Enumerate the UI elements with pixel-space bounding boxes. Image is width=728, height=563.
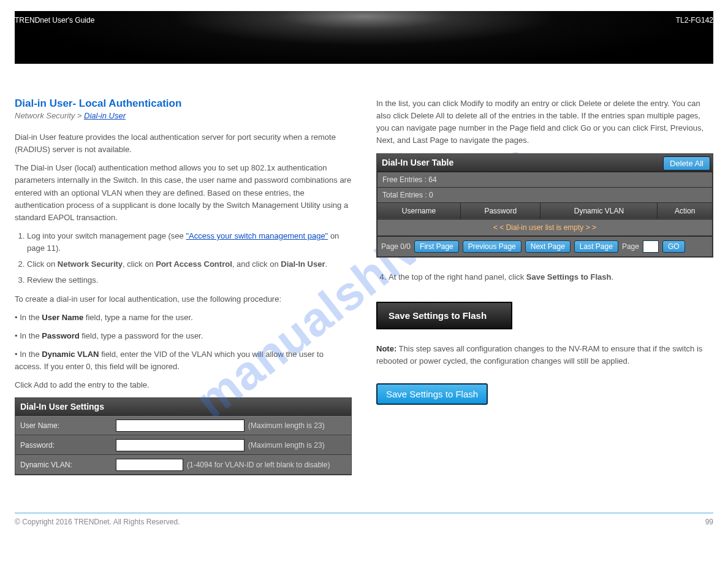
save-settings-blue-button[interactable]: Save Settings to Flash <box>376 383 488 405</box>
step-1: Log into your switch management page (se… <box>27 230 352 255</box>
bullet-vlan: • In the Dynamic VLAN field, enter the V… <box>15 348 352 373</box>
empty-row: < < Dial-in user list is empty > > <box>377 219 713 236</box>
previous-page-button[interactable]: Previous Page <box>463 240 521 253</box>
dial-in-settings-panel: Dial-In User Settings User Name: (Maximu… <box>15 397 352 475</box>
footer-page: 99 <box>705 518 713 526</box>
password-hint: (Maximum length is 23) <box>248 441 325 450</box>
step-1-link[interactable]: "Access your switch management page" <box>186 231 328 240</box>
header-bar: TRENDnet User's Guide TL2-FG142 <box>15 11 713 64</box>
vlan-label: Dynamic VLAN: <box>15 456 111 473</box>
save-settings-dark-button[interactable]: Save Settings to Flash <box>376 302 512 329</box>
step-4: At the top of the right hand panel, clic… <box>389 271 713 283</box>
password-input[interactable] <box>116 439 245 451</box>
bullet-password: • In the Password field, type a password… <box>15 330 352 342</box>
desc-text: The Dial-in User (local) authentication … <box>15 162 352 224</box>
username-hint: (Maximum length is 23) <box>248 421 325 430</box>
vlan-hint: (1-4094 for VLAN-ID or left blank to dis… <box>187 461 330 469</box>
note: Note: This step saves all configuration … <box>376 343 713 367</box>
left-column: Dial-in User- Local Authentication Netwo… <box>15 70 352 475</box>
section-title: Dial-in User- Local Authentication <box>15 98 352 110</box>
bullet-username: • In the User Name field, type a name fo… <box>15 312 352 324</box>
col-action: Action <box>658 202 713 219</box>
first-page-button[interactable]: First Page <box>414 240 459 253</box>
breadcrumb-link[interactable]: Dial-in User <box>84 111 126 120</box>
footer: © Copyright 2016 TRENDnet. All Rights Re… <box>15 512 713 545</box>
col-password: Password <box>461 202 540 219</box>
col-dynamic-vlan: Dynamic VLAN <box>540 202 658 219</box>
paginator: Page 0/0 First Page Previous Page Next P… <box>377 236 713 257</box>
footer-copyright: © Copyright 2016 TRENDnet. All Rights Re… <box>15 518 180 526</box>
vlan-input[interactable] <box>116 459 183 471</box>
page-number-input[interactable] <box>643 240 659 253</box>
total-entries: Total Entries : 0 <box>377 187 713 202</box>
delete-all-button[interactable]: Delete All <box>663 156 710 170</box>
breadcrumb: Network Security > Dial-in User <box>15 111 352 120</box>
page-label: Page <box>622 242 639 251</box>
username-input[interactable] <box>116 419 245 432</box>
after-steps: To create a dial-in user for local authe… <box>15 293 352 305</box>
go-button[interactable]: GO <box>662 240 685 253</box>
table-title: Dial-In User Table <box>377 154 713 172</box>
password-label: Password: <box>15 437 111 454</box>
last-page-button[interactable]: Last Page <box>574 240 618 253</box>
intro-text: Dial-in User feature provides the local … <box>15 131 352 156</box>
click-add: Click Add to add the entry to the table. <box>15 379 352 391</box>
right-column: In the list, you can click Modify to mod… <box>376 70 713 475</box>
free-entries: Free Entries : 64 <box>377 172 713 187</box>
next-page-button[interactable]: Next Page <box>525 240 571 253</box>
step-3: Review the settings. <box>27 274 352 286</box>
step-2: Click on Network Security, click on Port… <box>27 258 352 270</box>
dial-in-user-table-panel: Delete All Dial-In User Table Free Entri… <box>376 153 713 258</box>
username-label: User Name: <box>15 417 111 434</box>
right-intro: In the list, you can click Modify to mod… <box>376 98 713 147</box>
panel-title: Dial-In User Settings <box>15 398 351 416</box>
page-status: Page 0/0 <box>381 242 411 251</box>
breadcrumb-prefix: Network Security > <box>15 111 82 120</box>
col-username: Username <box>377 202 461 219</box>
